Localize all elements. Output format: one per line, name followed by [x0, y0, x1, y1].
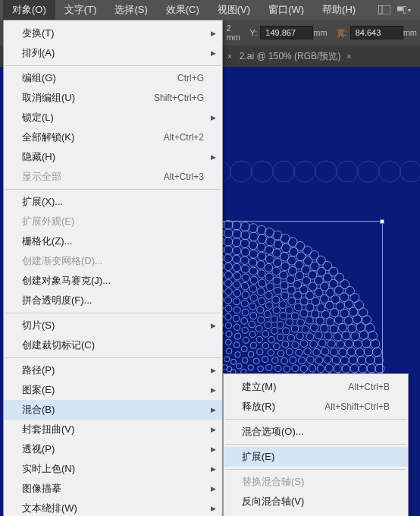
svg-rect-3	[403, 7, 406, 14]
menu-item[interactable]: 路径(P)	[4, 360, 222, 380]
menu-item: 扩展外观(E)	[4, 212, 222, 231]
svg-point-12	[379, 161, 400, 182]
menu-item-label: 混合选项(O)...	[242, 425, 304, 439]
menu-view[interactable]: 视图(V)	[208, 0, 259, 20]
menu-item-label: 栅格化(Z)...	[22, 234, 72, 248]
menu-item[interactable]: 排列(A)	[4, 43, 222, 63]
object-menu-dropdown: 变换(T)排列(A)编组(G)Ctrl+G取消编组(U)Shift+Ctrl+G…	[3, 20, 223, 516]
menu-item[interactable]: 封套扭曲(V)	[4, 420, 222, 439]
menu-item[interactable]: 创建裁切标记(C)	[4, 335, 222, 355]
menu-item[interactable]: 创建对象马赛克(J)...	[4, 271, 222, 291]
document-tab[interactable]: 2.ai @ 150% (RGB/预览) ×	[232, 47, 359, 66]
menu-item[interactable]: 全部解锁(K)Alt+Ctrl+2	[4, 127, 222, 147]
menu-text[interactable]: 文字(T)	[55, 0, 106, 20]
x-unit: 2 mm	[226, 24, 246, 42]
menu-item[interactable]: 混合选项(O)...	[224, 422, 408, 442]
menu-item-label: 显示全部	[22, 170, 61, 184]
menu-item-label: 路径(P)	[22, 363, 55, 377]
menu-shortcut: Alt+Ctrl+2	[164, 132, 204, 143]
menu-item[interactable]: 切片(S)	[4, 316, 222, 335]
menu-item[interactable]: 取消编组(U)Shift+Ctrl+G	[4, 88, 222, 108]
menu-item-label: 扩展(E)	[242, 450, 274, 464]
layout-icon[interactable]	[378, 3, 391, 17]
menu-item[interactable]: 编组(G)Ctrl+G	[4, 68, 222, 88]
handle-tr[interactable]	[380, 219, 384, 224]
blend-submenu: 建立(M)Alt+Ctrl+B释放(R)Alt+Shift+Ctrl+B混合选项…	[223, 373, 409, 516]
menu-item-label: 锁定(L)	[22, 111, 54, 124]
menu-item[interactable]: 变换(T)	[4, 24, 222, 43]
menu-shortcut: Ctrl+G	[177, 73, 204, 83]
menu-item[interactable]: 反向混合轴(V)	[224, 492, 408, 511]
menu-item[interactable]: 图像描摹	[4, 479, 222, 499]
menu-item[interactable]: 拼合透明度(F)...	[4, 291, 222, 310]
menu-item: 显示全部Alt+Ctrl+3	[4, 167, 222, 187]
menu-item[interactable]: 扩展(E)	[224, 447, 408, 467]
close-icon[interactable]: ×	[346, 52, 351, 61]
arrange-icon[interactable]: ▾	[397, 3, 411, 17]
menu-object[interactable]: 对象(O)	[3, 0, 55, 20]
menu-item-label: 文本绕排(W)	[22, 502, 77, 515]
menu-item-label: 反向混合轴(V)	[242, 495, 304, 508]
menu-item[interactable]: 扩展(X)...	[4, 192, 222, 212]
y-label: Y:	[249, 28, 257, 37]
menubar: 对象(O) 文字(T) 选择(S) 效果(C) 视图(V) 窗口(W) 帮助(H…	[0, 0, 420, 20]
svg-point-5	[230, 161, 252, 182]
w-unit: mm	[403, 28, 417, 37]
menu-item[interactable]: 图案(E)	[4, 380, 222, 400]
svg-point-11	[358, 161, 379, 182]
menu-item-label: 切片(S)	[22, 319, 55, 332]
menu-item-label: 实时上色(N)	[22, 462, 75, 476]
svg-rect-0	[378, 5, 390, 14]
menu-item[interactable]: 透视(P)	[4, 439, 222, 459]
menu-item[interactable]: 混合(B)	[4, 400, 222, 420]
svg-point-7	[273, 161, 294, 182]
menu-item-label: 隐藏(H)	[22, 150, 55, 164]
menu-shortcut: Alt+Ctrl+3	[164, 171, 204, 182]
menu-item-label: 透视(P)	[22, 442, 55, 456]
document-tab-label: 2.ai @ 150% (RGB/预览)	[240, 50, 341, 63]
menu-item[interactable]: 实时上色(N)	[4, 459, 222, 479]
svg-rect-1	[378, 5, 382, 14]
menu-item-label: 创建渐变网格(D)...	[22, 254, 103, 268]
menu-item-label: 替换混合轴(S)	[242, 475, 304, 489]
menu-help[interactable]: 帮助(H)	[313, 0, 365, 20]
menu-item-label: 取消编组(U)	[22, 91, 75, 105]
menu-item-label: 释放(R)	[242, 400, 275, 414]
y-input[interactable]	[260, 26, 313, 39]
menu-item-label: 图像描摹	[22, 482, 61, 496]
menu-item-label: 混合(B)	[22, 403, 55, 417]
menu-shortcut: Shift+Ctrl+G	[154, 93, 204, 103]
menu-item: 创建渐变网格(D)...	[4, 251, 222, 271]
menu-item-label: 图案(E)	[22, 383, 55, 397]
menu-item-label: 拼合透明度(F)...	[22, 294, 92, 307]
menu-item[interactable]: 隐藏(H)	[4, 147, 222, 167]
menu-item-label: 扩展外观(E)	[22, 215, 74, 228]
menu-item-label: 变换(T)	[22, 27, 55, 40]
selection-bounds	[212, 221, 383, 388]
menu-item-label: 排列(A)	[22, 46, 55, 60]
menu-item[interactable]: 释放(R)Alt+Shift+Ctrl+B	[224, 397, 408, 417]
svg-rect-2	[397, 7, 403, 11]
svg-point-10	[337, 161, 358, 182]
svg-point-6	[252, 161, 273, 182]
menu-item[interactable]: 栅格化(Z)...	[4, 231, 222, 251]
menu-item[interactable]: 建立(M)Alt+Ctrl+B	[224, 377, 408, 397]
menu-effect[interactable]: 效果(C)	[157, 0, 208, 20]
menu-item-label: 创建对象马赛克(J)...	[22, 274, 111, 288]
menu-item[interactable]: 锁定(L)	[4, 108, 222, 127]
menu-item-label: 全部解锁(K)	[22, 131, 74, 144]
menu-item-label: 封套扭曲(V)	[22, 423, 74, 436]
w-label: 宽:	[337, 27, 347, 39]
svg-point-13	[400, 161, 420, 182]
y-unit: mm	[313, 28, 327, 37]
menu-item[interactable]: 反向堆叠(F)	[224, 511, 408, 516]
w-input[interactable]	[350, 26, 403, 39]
menu-item[interactable]: 文本绕排(W)	[4, 499, 222, 516]
menu-shortcut: Alt+Shift+Ctrl+B	[324, 401, 390, 412]
menu-item-label: 扩展(X)...	[22, 195, 63, 209]
svg-point-8	[294, 161, 315, 182]
menu-window[interactable]: 窗口(W)	[259, 0, 313, 20]
menu-shortcut: Alt+Ctrl+B	[348, 382, 390, 392]
menu-select[interactable]: 选择(S)	[105, 0, 156, 20]
menu-item-label: 编组(G)	[22, 71, 56, 85]
